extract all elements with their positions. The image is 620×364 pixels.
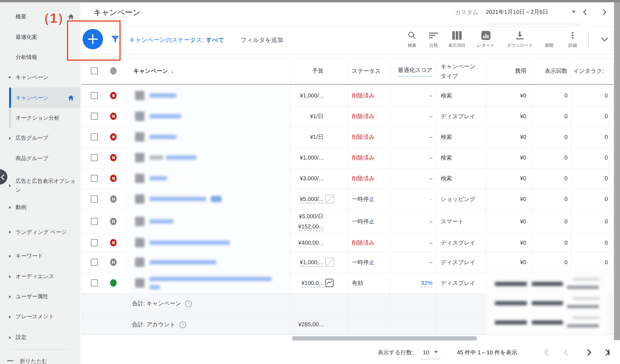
column-header-cost[interactable]: 費用 <box>515 67 526 75</box>
chart-icon[interactable] <box>325 279 334 287</box>
column-header-status[interactable]: ステータス <box>352 67 381 75</box>
date-dropdown-icon[interactable] <box>572 11 575 13</box>
sidebar-item-placements[interactable]: プレースメント <box>16 313 54 320</box>
campaign-link[interactable] <box>150 219 174 224</box>
chevron-right-icon[interactable] <box>9 206 11 209</box>
rows-per-page-dropdown-icon[interactable] <box>434 351 438 353</box>
chevron-right-icon[interactable] <box>9 231 11 234</box>
row-checkbox[interactable] <box>91 218 98 225</box>
row-checkbox[interactable] <box>91 92 98 99</box>
row-checkbox[interactable] <box>91 259 98 266</box>
sidebar-item-ad-groups[interactable]: 広告グループ <box>16 134 48 142</box>
row-checkbox[interactable] <box>91 113 98 120</box>
sidebar-item-campaigns[interactable]: キャンペーン <box>16 94 49 101</box>
column-header-interactions[interactable]: インタラク: <box>573 67 608 75</box>
sidebar-item-keywords[interactable]: キーワード <box>16 252 43 260</box>
download-button[interactable]: ダウンロード <box>507 30 533 48</box>
search-button[interactable]: 検索 <box>407 30 417 48</box>
date-range-value[interactable]: 2021年1月10日～2月6日 <box>486 8 548 16</box>
sidebar-item-audiences[interactable]: オーディエンス <box>16 273 54 280</box>
next-page-button[interactable] <box>586 350 590 355</box>
rows-per-page-select[interactable]: 10 <box>423 349 429 356</box>
sidebar-collapse-button[interactable]: 折りたたむ <box>20 357 47 364</box>
select-all-checkbox[interactable] <box>91 67 98 75</box>
chevron-right-icon[interactable] <box>9 295 11 298</box>
add-filter-button[interactable]: フィルタを追加 <box>241 37 283 43</box>
campaign-link[interactable] <box>150 135 176 139</box>
budget-cell-line1[interactable]: ¥5,000/日 <box>299 213 323 220</box>
horizontal-scrollbar[interactable] <box>292 336 477 340</box>
budget-cell[interactable]: ¥1,000/... <box>300 92 323 99</box>
campaign-link[interactable] <box>150 240 230 245</box>
status-removed-icon[interactable] <box>110 133 117 141</box>
campaign-link[interactable] <box>166 155 197 160</box>
column-header-campaign-type[interactable]: キャンペーン <box>441 63 475 70</box>
status-removed-icon[interactable] <box>110 239 117 246</box>
chevron-right-icon[interactable] <box>9 336 11 339</box>
campaign-link[interactable] <box>150 260 216 264</box>
row-checkbox[interactable] <box>91 196 98 203</box>
budget-cell[interactable]: ¥100,0... <box>301 280 323 286</box>
budget-cell[interactable]: ¥1/日 <box>310 113 323 120</box>
sidebar-group-campaigns[interactable]: キャンペーン <box>16 74 49 81</box>
status-filter-circle-icon[interactable] <box>110 67 117 75</box>
budget-cell[interactable]: ¥1,000,... <box>300 259 323 266</box>
columns-button[interactable]: 表示項目 <box>448 30 465 48</box>
more-button[interactable]: 詳細 <box>568 30 577 48</box>
segment-button[interactable]: 分類 <box>429 30 438 48</box>
sidebar-item-product-groups[interactable]: 商品グループ <box>16 155 48 162</box>
row-checkbox[interactable] <box>91 175 98 182</box>
row-checkbox[interactable] <box>91 280 98 287</box>
sidebar-item-videos[interactable]: 動画 <box>16 204 26 211</box>
chevron-down-icon[interactable] <box>8 77 11 79</box>
prev-page-button[interactable] <box>565 350 569 355</box>
chevron-right-icon[interactable] <box>9 184 11 187</box>
chevron-right-icon[interactable] <box>9 316 11 318</box>
campaign-status-filter-value[interactable]: すべて <box>206 37 224 43</box>
budget-cell-line2[interactable]: ¥152,00... <box>298 223 323 230</box>
row-checkbox[interactable] <box>91 239 98 246</box>
budget-cell[interactable]: ¥1/日 <box>310 133 323 141</box>
sidebar-item-recommendations[interactable]: 最適化案 <box>16 33 37 41</box>
opt-score-cell[interactable]: 92% <box>421 280 432 286</box>
last-page-button[interactable] <box>604 350 610 355</box>
status-removed-icon[interactable] <box>110 92 117 99</box>
sidebar-item-demographics[interactable]: ユーザー属性 <box>16 293 48 300</box>
budget-cell[interactable]: ¥400,00... <box>298 240 323 246</box>
sidebar-item-ads-extensions[interactable]: 広告と広告表示オプション <box>16 177 77 194</box>
column-header-budget[interactable]: 予算 <box>312 67 323 75</box>
campaign-link[interactable] <box>150 114 181 118</box>
campaign-status-filter[interactable]: キャンペーンのステータス: <box>129 37 204 43</box>
campaign-link[interactable] <box>150 93 176 98</box>
expand-button[interactable]: 展開 <box>545 30 553 48</box>
campaign-link[interactable] <box>150 277 272 281</box>
toolbar-collapse-button[interactable] <box>602 36 607 42</box>
date-prev-icon[interactable] <box>583 9 589 15</box>
budget-cell[interactable]: ¥1,000/... <box>300 155 323 161</box>
budget-cell[interactable]: ¥5,000/... <box>300 196 323 202</box>
chevron-right-icon[interactable] <box>9 137 11 140</box>
budget-cell[interactable]: ¥3,000/... <box>300 175 323 182</box>
status-paused-icon[interactable] <box>110 195 117 203</box>
status-paused-icon[interactable] <box>110 218 117 225</box>
column-header-campaign[interactable]: キャンペーン <box>133 67 174 75</box>
status-enabled-icon[interactable] <box>110 279 117 287</box>
chevron-right-icon[interactable] <box>9 275 11 278</box>
vertical-scrollbar[interactable] <box>614 2 620 340</box>
sidebar-item-insights[interactable]: 分析情報 <box>16 54 37 61</box>
campaign-link[interactable] <box>150 176 167 181</box>
status-removed-icon[interactable] <box>110 113 117 120</box>
first-page-button[interactable] <box>545 350 550 355</box>
status-removed-icon[interactable] <box>110 154 117 161</box>
sidebar-item-settings[interactable]: 設定 <box>16 334 26 341</box>
sidebar-item-overview[interactable]: 概要 <box>16 13 26 20</box>
report-button[interactable]: レポート <box>477 30 494 48</box>
status-paused-icon[interactable] <box>110 259 117 266</box>
sidebar-item-auction-insights[interactable]: オークション分析 <box>16 114 59 122</box>
sidebar-item-landing-pages[interactable]: ランディング ページ <box>16 228 77 236</box>
status-removed-icon[interactable] <box>110 175 117 182</box>
campaign-link[interactable] <box>150 197 206 201</box>
column-header-impressions[interactable]: 表示回数 <box>545 67 568 75</box>
chevron-right-icon[interactable] <box>9 255 11 258</box>
row-checkbox[interactable] <box>91 134 98 141</box>
